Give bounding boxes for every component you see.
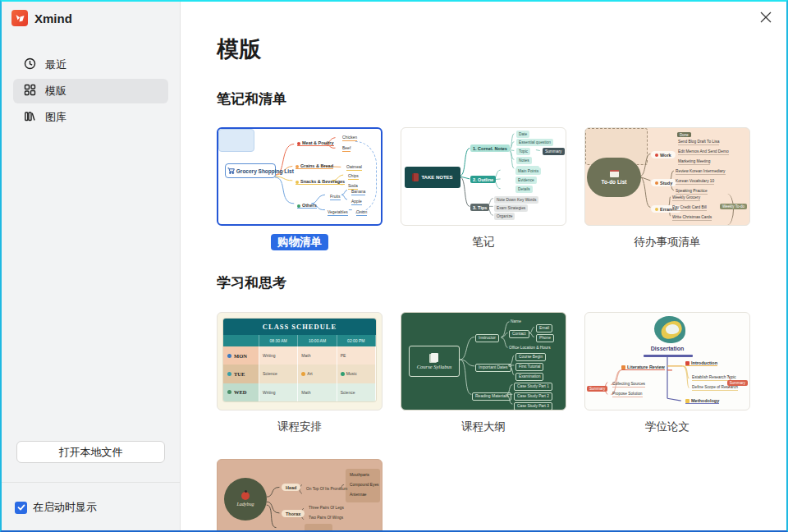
done-tag: Done	[677, 132, 691, 137]
preview-node: Instructor	[475, 334, 499, 342]
preview-node: Grocery Shopping List	[225, 163, 276, 178]
preview-node: Review Korean Intermediary	[676, 169, 726, 175]
schedule-cell: Science	[337, 383, 376, 401]
preview-node: Two Pairs Of Wings	[309, 516, 343, 521]
section-heading-notes-lists: 笔记和清单	[217, 89, 786, 108]
preview-node: Head	[282, 484, 300, 491]
sidebar-item-recent[interactable]: 最近	[13, 53, 168, 77]
paper-icon	[431, 353, 438, 362]
preview-node: Examination	[515, 373, 543, 381]
template-ladybug-block: Ladybug Head On Top Of Its Pronotum Mout…	[217, 459, 383, 530]
day-icon	[227, 390, 231, 394]
card-label: 学位论文	[584, 420, 750, 434]
preview-node: Important Dates	[475, 364, 511, 372]
template-card-todo-list[interactable]: Done To-do List Work Send Blog Draft To …	[584, 127, 750, 226]
preview-node: Organize	[494, 213, 515, 220]
preview-node: Exam Strategies	[494, 204, 528, 212]
template-notes-block: TAKE NOTES 1. Cornel. Notes Date Essenti…	[401, 127, 566, 250]
priority-icon	[297, 204, 300, 208]
schedule-row: TUE Science Art Music	[223, 365, 376, 383]
preview-node-label: Ladybug	[237, 502, 254, 507]
priority-icon	[685, 399, 690, 403]
preview-node: Beef	[342, 146, 350, 152]
preview-node: Case Study Part 2	[514, 392, 552, 401]
schedule-cell: Science	[259, 365, 298, 383]
preview-node-label: Meat & Poultry	[302, 140, 334, 145]
card-label: 课程安排	[217, 420, 383, 434]
preview-node: Collecting Sources	[612, 382, 645, 388]
template-schedule-block: CLASS SCHEDULE 08:30 AM 10:00 AM 02:00 P…	[217, 312, 383, 434]
priority-icon	[655, 181, 658, 185]
preview-node: Phone	[536, 334, 554, 342]
schedule-header-cell: 02:00 PM	[337, 335, 376, 346]
schedule-row: MON Writing Math PE	[223, 346, 376, 365]
preview-node: Onion	[356, 210, 367, 216]
startup-option: 在启动时显示	[15, 500, 97, 515]
app-title: Xmind	[34, 11, 72, 25]
sidebar-divider	[2, 482, 180, 483]
preview-node: Evidence	[515, 177, 537, 184]
selected-card-label: 购物清单	[271, 234, 328, 250]
preview-node: Weekly Grocery	[672, 195, 700, 201]
show-on-startup-label: 在启动时显示	[33, 500, 97, 515]
preview-node: Course Syllabus	[409, 346, 460, 377]
show-on-startup-checkbox[interactable]	[15, 502, 27, 514]
preview-node: Notes	[516, 157, 532, 164]
preview-node: Fruits	[330, 195, 341, 200]
priority-icon	[297, 142, 300, 145]
gallery-books-icon	[24, 110, 36, 125]
schedule-cell: Math	[298, 383, 337, 401]
preview-node: Summary	[543, 148, 565, 155]
sidebar-item-templates[interactable]: 模版	[13, 79, 168, 103]
preview-node: Email	[536, 324, 552, 332]
card-label: 待办事项清单	[584, 235, 750, 250]
schedule-day-cell: WED	[223, 383, 259, 401]
day-icon	[227, 372, 231, 376]
preview-node: Chips	[348, 174, 359, 180]
template-card-dissertation[interactable]: Dissertation Literature Review Collectin…	[584, 312, 750, 410]
sidebar: Xmind 最近 模版 图库 打开本地文件	[2, 2, 181, 530]
preview-node: Case Study Part 3	[514, 402, 552, 410]
template-card-class-schedule[interactable]: CLASS SCHEDULE 08:30 AM 10:00 AM 02:00 P…	[217, 312, 383, 410]
preview-node-label: Course Syllabus	[417, 364, 451, 369]
preview-node: Office Location & Hours	[509, 346, 551, 351]
schedule-cell: Math	[298, 346, 337, 365]
preview-node: Chicken	[342, 135, 357, 141]
template-card-course-syllabus[interactable]: Course Syllabus Instructor Name Contact …	[401, 312, 566, 410]
preview-node: Introduction	[685, 360, 717, 366]
preview-node: Methodology	[685, 398, 719, 404]
sidebar-item-gallery[interactable]: 图库	[13, 105, 168, 130]
day-label: TUE	[234, 371, 245, 377]
preview-node: Others	[297, 203, 317, 209]
schedule-header-cell	[223, 335, 259, 346]
preview-node-label: Snacks & Beverages	[300, 179, 345, 184]
preview-node: Study	[651, 179, 676, 186]
dissertation-illustration	[654, 316, 685, 343]
template-card-shopping-list[interactable]: Grocery Shopping List Meat & Poultry Gra…	[217, 127, 383, 226]
preview-node: Literature Review	[621, 365, 665, 370]
priority-icon	[655, 208, 658, 211]
schedule-cell: PE	[337, 346, 376, 365]
template-syllabus-block: Course Syllabus Instructor Name Contact …	[401, 312, 566, 434]
template-dissertation-block: Dissertation Literature Review Collectin…	[584, 312, 750, 434]
preview-node-label: Introduction	[691, 360, 717, 365]
preview-node: Case Study Part 1	[514, 383, 552, 391]
schedule-cell: Art	[298, 365, 337, 383]
preview-node: 2. Outline	[470, 176, 496, 183]
schedule-header-cell: 10:00 AM	[298, 335, 337, 346]
preview-node: Apple	[351, 200, 362, 205]
preview-node-label: Methodology	[691, 398, 719, 403]
preview-node-label: Grains & Bread	[300, 163, 333, 168]
preview-node: Send Blog Draft To Lisa	[678, 140, 719, 145]
template-card-notes[interactable]: TAKE NOTES 1. Cornel. Notes Date Essenti…	[401, 127, 566, 226]
schedule-cell: Writing	[259, 383, 298, 401]
sidebar-item-label: 模版	[45, 84, 66, 99]
preview-node: Propose Solution	[612, 392, 643, 397]
close-button[interactable]	[757, 8, 775, 26]
open-local-file-button[interactable]: 打开本地文件	[16, 441, 165, 463]
preview-node: Note Down Key Words	[494, 196, 538, 204]
template-card-ladybug[interactable]: Ladybug Head On Top Of Its Pronotum Mout…	[217, 459, 383, 530]
preview-node: Edit Memos And Send Demo	[678, 149, 729, 155]
card-label: 笔记	[401, 235, 566, 250]
sidebar-item-label: 最近	[45, 57, 66, 72]
